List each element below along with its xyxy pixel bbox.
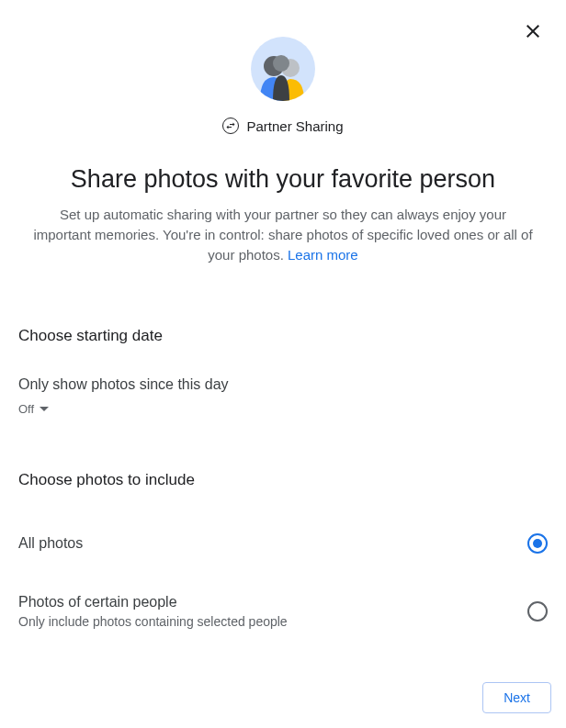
close-button[interactable] bbox=[515, 15, 551, 51]
description-text: Set up automatic sharing with your partn… bbox=[33, 207, 532, 263]
radio-option-certain-people[interactable]: Photos of certain people Only include ph… bbox=[0, 594, 566, 629]
radio-checked-icon bbox=[527, 533, 548, 554]
choose-date-heading: Choose starting date bbox=[18, 327, 548, 345]
feature-label-text: Partner Sharing bbox=[246, 118, 343, 134]
next-button[interactable]: Next bbox=[482, 682, 551, 713]
description: Set up automatic sharing with your partn… bbox=[0, 205, 566, 264]
partner-sharing-hero-icon bbox=[251, 37, 315, 101]
feature-label: Partner Sharing bbox=[0, 118, 566, 134]
option-title: All photos bbox=[18, 535, 527, 552]
option-subtitle: Only include photos containing selected … bbox=[18, 614, 527, 629]
chevron-down-icon bbox=[40, 407, 49, 411]
page-title: Share photos with your favorite person bbox=[0, 165, 566, 194]
date-filter-label: Only show photos since this day bbox=[18, 376, 548, 393]
learn-more-link[interactable]: Learn more bbox=[288, 247, 358, 263]
radio-unchecked-icon bbox=[527, 601, 548, 622]
close-icon bbox=[522, 20, 544, 46]
svg-point-2 bbox=[273, 55, 289, 72]
swap-icon bbox=[222, 118, 239, 134]
radio-option-all-photos[interactable]: All photos bbox=[0, 533, 566, 554]
choose-photos-heading: Choose photos to include bbox=[18, 471, 548, 489]
date-dropdown-value: Off bbox=[18, 402, 34, 416]
option-title: Photos of certain people bbox=[18, 594, 527, 610]
date-dropdown[interactable]: Off bbox=[18, 402, 548, 416]
